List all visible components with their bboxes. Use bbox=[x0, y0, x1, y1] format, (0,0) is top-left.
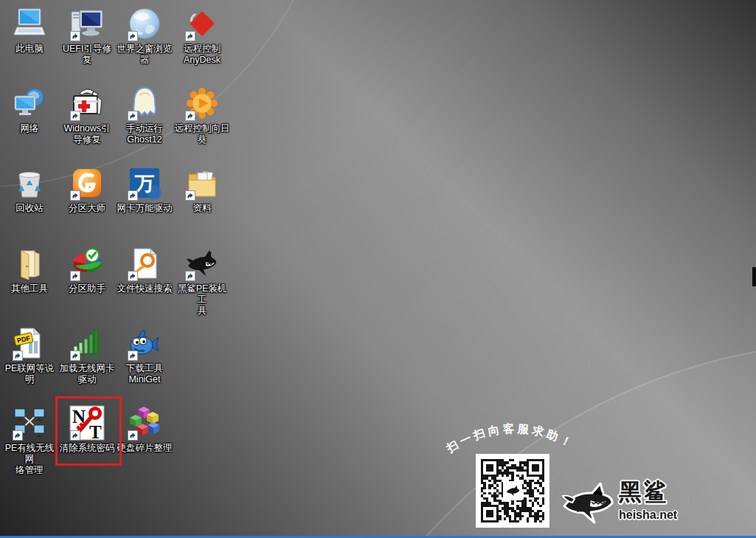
shortcut-arrow-icon bbox=[185, 111, 195, 121]
signal-bars-icon bbox=[69, 325, 105, 361]
recycle-bin-icon bbox=[12, 165, 47, 201]
shortcut-arrow-icon bbox=[70, 351, 80, 361]
right-edge-notch bbox=[752, 267, 756, 286]
shortcut-arrow-icon bbox=[70, 111, 80, 121]
desktop-icon-globe-browser[interactable]: 世界之窗浏览 器 bbox=[116, 6, 173, 66]
documents-folder-icon bbox=[184, 165, 220, 201]
desktop-icon-file-search[interactable]: 文件快速搜索 bbox=[116, 246, 173, 294]
globe-browser-icon bbox=[127, 6, 162, 41]
shortcut-arrow-icon bbox=[13, 351, 23, 361]
desktop-icon-sunflower[interactable]: 远程控制向日 葵 bbox=[173, 86, 231, 145]
svg-text:扫一扫向客服求助！: 扫一扫向客服求助！ bbox=[444, 422, 577, 455]
desktop-icon-documents-folder[interactable]: 资料 bbox=[173, 165, 231, 214]
shortcut-arrow-icon bbox=[128, 351, 138, 361]
desktop-icon-partition-pie[interactable]: 分区助手 bbox=[58, 246, 116, 294]
icon-label: 清除系统密码 bbox=[58, 443, 116, 454]
qr-code bbox=[476, 454, 549, 528]
desktop-icon-desktop-computer[interactable]: UEFI引导修复 bbox=[58, 6, 116, 66]
anydesk-diamond-icon bbox=[184, 6, 220, 41]
shortcut-arrow-icon bbox=[128, 430, 138, 441]
fish-icon bbox=[127, 325, 162, 361]
heisha-site-text: heisha.net bbox=[619, 508, 677, 522]
desktop-icon-network-nodes[interactable]: PE有线无线网 络管理 bbox=[1, 405, 58, 476]
icon-label: 硬盘碎片整理 bbox=[116, 443, 173, 454]
icon-label: 世界之窗浏览 器 bbox=[116, 44, 173, 66]
defrag-cubes-icon bbox=[127, 405, 162, 441]
desktop-icon-toolbox[interactable]: Widnows引 导修复 bbox=[58, 86, 116, 145]
desktop-icon-laptop[interactable]: 此电脑 bbox=[1, 6, 58, 55]
icon-label: 分区大师 bbox=[58, 203, 116, 214]
shortcut-arrow-icon bbox=[128, 111, 138, 121]
desktop-icon-defrag-cubes[interactable]: 硬盘碎片整理 bbox=[116, 405, 173, 454]
diskgenius-icon bbox=[69, 165, 105, 201]
icon-label: 分区助手 bbox=[58, 283, 116, 294]
desktop-icon-pdf-document[interactable]: PDFPE联网等说明 bbox=[1, 325, 58, 385]
shortcut-arrow-icon bbox=[128, 190, 138, 201]
desktop-icon-diskgenius[interactable]: 分区大师 bbox=[58, 165, 116, 214]
shortcut-arrow-icon bbox=[185, 31, 195, 41]
network-globe-icon bbox=[12, 86, 47, 121]
icon-label: 黑鲨PE装机工 具 bbox=[173, 283, 231, 317]
icon-label: Widnows引 导修复 bbox=[58, 123, 116, 145]
icon-label: 文件快速搜索 bbox=[116, 283, 173, 294]
ghost-icon bbox=[127, 86, 162, 121]
icon-label: 网卡万能驱动 bbox=[116, 203, 173, 214]
file-search-icon bbox=[127, 246, 162, 281]
pdf-document-icon: PDF bbox=[12, 325, 47, 361]
shortcut-arrow-icon bbox=[70, 430, 80, 441]
desktop-icon-recycle-bin[interactable]: 回收站 bbox=[1, 165, 58, 214]
wan-driver-icon: 万 bbox=[127, 165, 162, 201]
desktop-icon-wan-driver[interactable]: 万网卡万能驱动 bbox=[116, 165, 173, 214]
svg-text:T: T bbox=[89, 422, 102, 441]
icon-label: 加载无线网卡 驱动 bbox=[58, 363, 116, 385]
desktop-icon-network-globe[interactable]: 网络 bbox=[1, 86, 58, 134]
icon-label: 远程控制 AnyDesk bbox=[173, 44, 231, 66]
icon-label: UEFI引导修复 bbox=[58, 44, 116, 66]
icon-label: 远程控制向日 葵 bbox=[173, 123, 231, 145]
shortcut-arrow-icon bbox=[70, 271, 80, 281]
heisha-brand-text: 黑鲨 bbox=[619, 477, 669, 508]
shortcut-arrow-icon bbox=[128, 271, 138, 281]
open-folder-icon bbox=[12, 246, 47, 281]
icon-label: 资料 bbox=[173, 203, 231, 214]
desktop-icon-nt-key[interactable]: NT清除系统密码 bbox=[58, 405, 116, 454]
shortcut-arrow-icon bbox=[185, 271, 195, 281]
nt-key-icon: NT bbox=[69, 405, 105, 441]
shortcut-arrow-icon bbox=[70, 190, 80, 201]
shortcut-arrow-icon bbox=[70, 31, 80, 41]
shortcut-arrow-icon bbox=[185, 190, 195, 201]
icon-label: 其他工具 bbox=[1, 283, 58, 294]
partition-pie-icon bbox=[69, 246, 105, 281]
shark-icon bbox=[184, 246, 220, 281]
shortcut-arrow-icon bbox=[128, 31, 138, 41]
shortcut-arrow-icon bbox=[13, 430, 23, 441]
desktop-icon-fish[interactable]: 下载工具 MiniGet bbox=[116, 325, 173, 385]
network-nodes-icon bbox=[12, 405, 47, 441]
desktop-icon-shark[interactable]: 黑鲨PE装机工 具 bbox=[173, 246, 231, 317]
desktop-icon-signal-bars[interactable]: 加载无线网卡 驱动 bbox=[58, 325, 116, 385]
icon-label: 下载工具 MiniGet bbox=[116, 363, 173, 385]
desktop-icon-open-folder[interactable]: 其他工具 bbox=[1, 246, 58, 294]
heisha-shark-logo-icon bbox=[558, 474, 622, 530]
sunflower-icon bbox=[184, 86, 220, 121]
qr-center-shark-icon bbox=[503, 481, 522, 500]
desktop-icon-anydesk-diamond[interactable]: 远程控制 AnyDesk bbox=[173, 6, 231, 66]
desktop-icon-ghost[interactable]: 手动运行 Ghost12 bbox=[116, 86, 173, 145]
desktop-computer-icon bbox=[69, 6, 105, 41]
icon-label: PE联网等说明 bbox=[1, 363, 58, 385]
desktop[interactable]: 此电脑UEFI引导修复世界之窗浏览 器远程控制 AnyDesk网络Widnows… bbox=[0, 0, 756, 538]
icon-label: 此电脑 bbox=[1, 44, 58, 55]
icon-label: 手动运行 Ghost12 bbox=[116, 123, 173, 145]
icon-label: PE有线无线网 络管理 bbox=[1, 443, 58, 476]
laptop-icon bbox=[12, 6, 47, 41]
toolbox-icon bbox=[69, 86, 105, 121]
icon-label: 网络 bbox=[1, 123, 58, 134]
icon-label: 回收站 bbox=[1, 203, 58, 214]
